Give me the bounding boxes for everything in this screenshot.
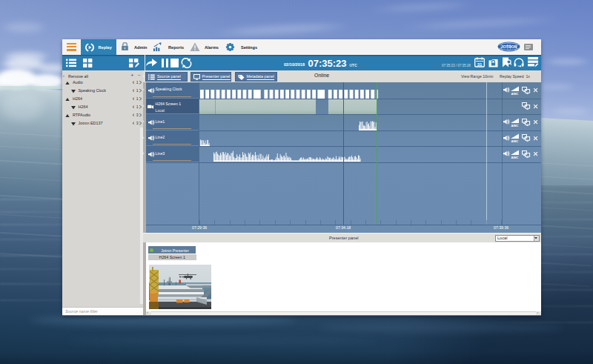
svg-text:31: 31 xyxy=(477,62,483,67)
svg-text:AWC: AWC xyxy=(511,124,519,128)
svg-text:AWC: AWC xyxy=(511,156,519,159)
svg-text:AWC: AWC xyxy=(511,139,519,143)
svg-text:JOTRON: JOTRON xyxy=(501,44,517,49)
svg-text:AWC: AWC xyxy=(511,92,519,96)
